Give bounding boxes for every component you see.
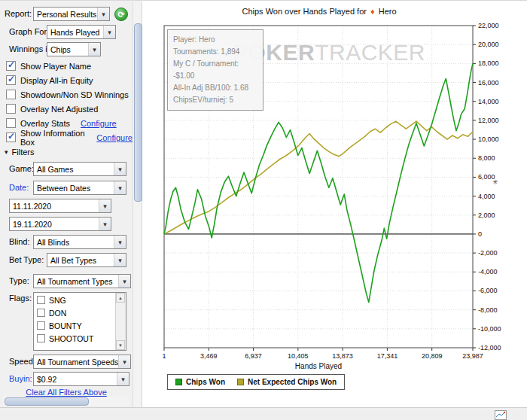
svg-text:-12,000: -12,000 — [478, 344, 501, 352]
svg-text:Hands Played: Hands Played — [295, 362, 342, 370]
report-label: Report: — [5, 9, 32, 18]
filters-header-label: Filters — [12, 148, 35, 157]
svg-text:14,000: 14,000 — [478, 98, 499, 105]
winnings-in-row: Winnings in: Chips ▾ — [0, 42, 133, 57]
chart-legend: Chips Won Net Expected Chips Won — [167, 374, 345, 390]
filters-expander-icon[interactable]: ▾ — [5, 148, 8, 156]
chart-title: Chips Won over Hands Played for ♦ Hero — [142, 7, 496, 16]
info-line-allin-adj: All-In Adj BB/100: 1.68 — [173, 82, 257, 94]
checkbox-box[interactable] — [6, 75, 16, 85]
svg-text:2,000: 2,000 — [478, 212, 495, 219]
chevron-down-icon: ▾ — [114, 254, 126, 266]
chart-info-box: Player: Hero Tournaments: 1,894 My C / T… — [167, 29, 264, 111]
sidebar: Report: Personal Results ▾ ⟳ Graph For: … — [0, 2, 133, 407]
flag-item-don[interactable]: DON — [35, 306, 115, 319]
chevron-down-icon: ▾ — [118, 275, 130, 288]
sidebar-vertical-scrollbar[interactable] — [133, 2, 142, 407]
svg-text:22,000: 22,000 — [478, 22, 499, 29]
legend-label: Chips Won — [186, 378, 225, 386]
speed-filter-row: Speed: All Tournament Speeds ▾ — [0, 355, 133, 370]
svg-text:-2,000: -2,000 — [478, 249, 498, 257]
checkbox-box[interactable] — [6, 132, 16, 142]
scrollbar-thumb[interactable] — [5, 397, 89, 406]
date-mode-select[interactable]: Between Dates ▾ — [33, 181, 126, 195]
refresh-button[interactable]: ⟳ — [114, 8, 128, 21]
chevron-down-icon: ▾ — [114, 236, 126, 248]
type-label: Type: — [9, 276, 29, 285]
checkbox-box[interactable] — [37, 309, 45, 317]
flags-scrollbar[interactable]: ▲ ▼ — [115, 293, 126, 350]
blind-label: Blind: — [9, 237, 30, 246]
game-value: All Games — [34, 165, 114, 174]
flag-item-sng[interactable]: SNG — [35, 294, 115, 306]
svg-text:0: 0 — [478, 230, 482, 238]
mini-chart-icon[interactable] — [495, 409, 507, 419]
checkbox-label: Show Player Name — [20, 62, 91, 71]
svg-text:13,873: 13,873 — [332, 352, 353, 360]
filters-header[interactable]: ▾ Filters — [5, 148, 34, 157]
date-from-field[interactable]: 11.11.2020 ▾ — [9, 199, 111, 213]
legend-item-chips-won: Chips Won — [175, 378, 225, 386]
clear-all-filters-link[interactable]: Clear All Filters Above — [26, 388, 107, 397]
graph-for-select[interactable]: Hands Played ▾ — [47, 25, 116, 39]
bet-type-select[interactable]: All Bet Types ▾ — [47, 253, 126, 267]
checkbox-box[interactable] — [6, 61, 16, 71]
chevron-down-icon: ▾ — [103, 26, 115, 38]
checkbox-box[interactable] — [37, 334, 45, 342]
scrollbar-thumb[interactable] — [134, 23, 142, 202]
checkbox-show-information-box[interactable]: Show Information Box Configure — [6, 132, 133, 143]
checkbox-showdown-nonsd[interactable]: Showdown/Non SD Winnings — [6, 89, 129, 100]
flags-listbox[interactable]: SNG DON BOUNTY SHOOTOUT — [33, 292, 126, 351]
svg-text:-10,000: -10,000 — [478, 325, 501, 333]
checkbox-show-player-name[interactable]: Show Player Name — [6, 60, 91, 72]
speed-select[interactable]: All Tournament Speeds ▾ — [33, 355, 131, 369]
date-from-value: 11.11.2020 — [10, 202, 99, 211]
svg-text:-6,000: -6,000 — [478, 287, 498, 294]
scroll-up-icon[interactable]: ▲ — [116, 293, 125, 303]
checkbox-box[interactable] — [37, 296, 45, 304]
scroll-down-icon[interactable]: ▼ — [116, 340, 125, 350]
date-to-field[interactable]: 19.11.2020 ▾ — [9, 217, 111, 231]
flag-label: DON — [49, 309, 66, 318]
bet-type-label: Bet Type: — [9, 255, 44, 264]
flag-item-bounty[interactable]: BOUNTY — [35, 319, 115, 332]
report-value: Personal Results — [34, 10, 97, 19]
flag-item-shootout[interactable]: SHOOTOUT — [35, 332, 115, 345]
configure-overlay-stats-link[interactable]: Configure — [81, 119, 117, 128]
legend-swatch-chips-won — [175, 379, 182, 385]
flag-label: SHOOTOUT — [49, 334, 93, 343]
game-select[interactable]: All Games ▾ — [33, 162, 126, 176]
checkbox-label: Show Information Box — [20, 129, 87, 147]
blind-filter-row: Blind: All Blinds ▾ — [0, 235, 133, 250]
sidebar-horizontal-scrollbar[interactable] — [3, 397, 129, 406]
blind-select[interactable]: All Blinds ▾ — [33, 235, 126, 249]
flags-list: SNG DON BOUNTY SHOOTOUT — [35, 294, 115, 349]
info-line-chipsev: ChipsEV/turniej: 5 — [173, 94, 257, 106]
report-select[interactable]: Personal Results ▾ — [33, 7, 110, 21]
buyin-value: $0.92 — [34, 375, 117, 384]
legend-item-net-expected: Net Expected Chips Won — [237, 378, 337, 386]
chart-title-text: Chips Won over Hands Played for — [242, 7, 367, 16]
checkbox-box[interactable] — [37, 321, 45, 330]
flags-filter-row: Flags: SNG DON BOUNTY — [0, 292, 133, 351]
checkbox-box[interactable] — [6, 118, 16, 128]
type-select[interactable]: All Tournament Types ▾ — [33, 274, 131, 288]
winnings-in-select[interactable]: Chips ▾ — [47, 42, 101, 56]
svg-text:20,000: 20,000 — [478, 41, 499, 48]
checkbox-box[interactable] — [6, 104, 16, 114]
checkbox-display-allin-equity[interactable]: Display All-in Equity — [6, 75, 93, 86]
svg-text:10,405: 10,405 — [288, 352, 309, 360]
bet-type-value: All Bet Types — [47, 256, 114, 265]
game-filter-row: Game: All Games ▾ — [0, 162, 133, 177]
checkbox-label: Overlay Stats — [20, 119, 70, 128]
checkbox-overlay-stats[interactable]: Overlay Stats Configure — [6, 117, 117, 129]
checkbox-overlay-net-adjusted[interactable]: Overlay Net Adjusted — [6, 103, 98, 114]
checkbox-label: Overlay Net Adjusted — [20, 105, 98, 114]
configure-info-box-link[interactable]: Configure — [96, 133, 133, 142]
svg-text:-4,000: -4,000 — [478, 268, 498, 275]
diamond-icon: ♦ — [370, 7, 375, 16]
blind-value: All Blinds — [34, 238, 114, 247]
svg-text:-8,000: -8,000 — [478, 306, 498, 314]
info-line-tournaments: Tournaments: 1,894 — [173, 46, 257, 58]
checkbox-box[interactable] — [6, 90, 16, 99]
